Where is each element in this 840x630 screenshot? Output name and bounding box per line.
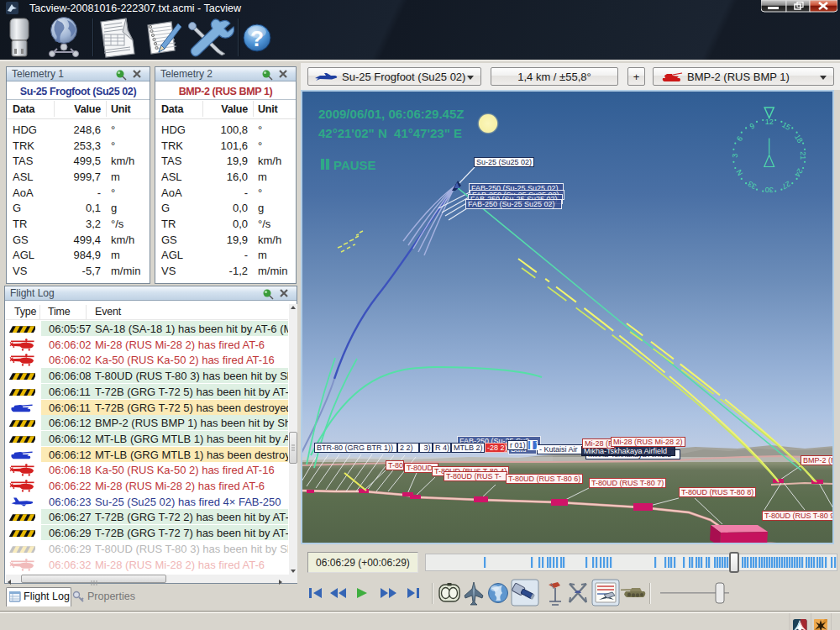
svg-text:30: 30 (765, 186, 774, 194)
svg-text:?: ? (250, 26, 264, 51)
svg-text:21: 21 (799, 151, 807, 160)
svg-text:3: 3 (731, 154, 739, 158)
